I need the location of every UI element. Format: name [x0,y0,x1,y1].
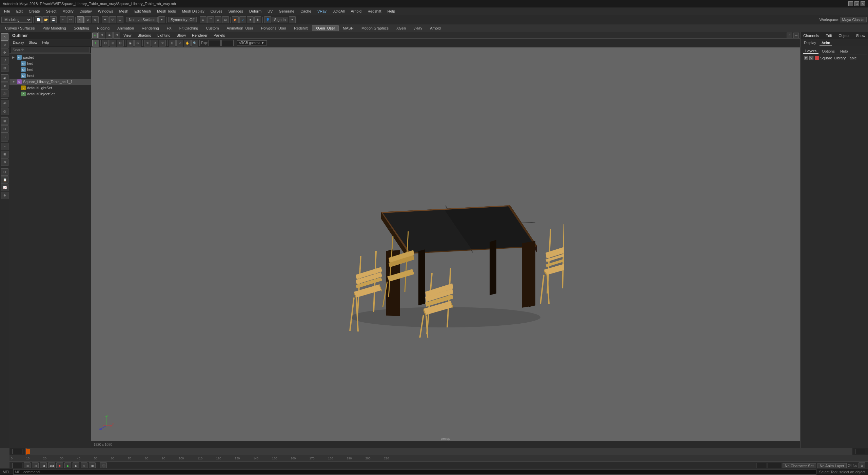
paint-select-button[interactable]: ⊛ [92,16,99,23]
show-hide-icon[interactable]: 👁 [1,100,8,107]
menu-edit[interactable]: Edit [14,8,25,14]
tab-polygons-user[interactable]: Polygons_User [257,25,290,31]
wireframe-icon[interactable]: ⊟ [1,125,8,133]
select-component-button[interactable]: ⊙ [134,40,141,46]
move-tool-icon[interactable]: ✛ [1,49,8,56]
menu-uv[interactable]: UV [265,8,275,14]
sign-in-button[interactable]: Sign In [272,17,288,22]
node-editor-icon[interactable]: ⊛ [1,192,8,199]
tab-vray[interactable]: vRay [410,25,426,31]
tree-item-square-library-table[interactable]: ▼ G Square_Library_Table_ncl1_1 [9,79,91,85]
layers-tab[interactable]: Layers [803,49,818,54]
range-start-input[interactable]: 1 [756,463,766,469]
layout-single-button[interactable]: ⊡ [102,40,109,46]
menu-mesh-tools[interactable]: Mesh Tools [154,8,178,14]
menu-3dtoall[interactable]: 3DtoAll [330,8,347,14]
redo-button[interactable]: ↪ [67,16,74,23]
snap-point-button[interactable]: ⊕ [215,16,221,23]
save-scene-button[interactable]: 💾 [50,16,57,23]
channel-box-icon[interactable]: ≡ [1,143,8,150]
tree-item-hed1[interactable]: M hed [9,60,91,66]
tab-animation[interactable]: Animation [114,25,138,31]
smooth-icon[interactable]: ◌ [1,133,8,140]
options-tab[interactable]: Options [820,49,837,54]
stop-render-button[interactable]: ■ [247,16,254,23]
snap-view-plane-button[interactable]: ⊟ [222,16,229,23]
tab-redshift[interactable]: Redshift [290,25,311,31]
menu-redshift[interactable]: Redshift [365,8,384,14]
new-scene-button[interactable]: 📄 [35,16,42,23]
paint-select-icon[interactable]: ⊙ [1,41,8,49]
menu-surfaces[interactable]: Surfaces [226,8,246,14]
gamma-display[interactable]: sRGB gamma ▼ [237,40,267,45]
layer-visibility-check[interactable]: P [804,56,808,60]
tab-xgen-user[interactable]: XGen_User [312,25,339,31]
edit-label[interactable]: Edit [826,34,832,38]
viewport-expand-button[interactable]: ⤢ [787,33,792,38]
mel-input[interactable] [13,469,816,475]
show-label[interactable]: Show [856,34,865,38]
menu-windows[interactable]: Windows [95,8,116,14]
menu-mesh-display[interactable]: Mesh Display [179,8,207,14]
attribute-editor-icon[interactable]: ⊞ [1,151,8,158]
rotate-tool-icon[interactable]: ↺ [1,57,8,64]
no-anim-layer-button[interactable]: No Anim Layer [817,463,847,469]
outliner-menu-show[interactable]: Show [27,40,39,45]
viewport-menu-panels[interactable]: Panels [211,33,228,38]
menu-mesh[interactable]: Mesh [116,8,131,14]
tab-poly-modeling[interactable]: Poly Modeling [39,25,70,31]
range-end-input[interactable]: 120 [768,463,781,469]
gamma-input[interactable]: 1.00 [221,40,234,46]
render-current-button[interactable]: ▶ [232,16,239,23]
viewport-menu-shading[interactable]: Shading [135,33,154,38]
menu-arnold[interactable]: Arnold [348,8,364,14]
live-surface-options-button[interactable]: ▼ [158,16,165,23]
wireframe-toggle-button[interactable]: ⊞ [98,32,105,39]
soft-select-icon[interactable]: ◉ [1,74,8,82]
display-mode-2-button[interactable]: ② [152,40,158,46]
tab-custom[interactable]: Custom [202,25,222,31]
no-character-set-button[interactable]: No Character Set [783,463,816,469]
tab-fit-caching[interactable]: Fit Caching [176,25,202,31]
menu-edit-mesh[interactable]: Edit Mesh [132,8,154,14]
cam-pan-button[interactable]: ✋ [184,40,191,46]
viewport-toggle-button[interactable]: ● [92,33,98,38]
textured-button[interactable]: ⊡ [113,32,120,39]
maximize-button[interactable]: □ [854,1,859,6]
symmetry-button[interactable]: Symmetry: Off [168,17,197,22]
layer-reference-check[interactable]: V [809,56,813,60]
layout-four-pane-button[interactable]: ⊟ [117,40,124,46]
tab-rigging[interactable]: Rigging [93,25,113,31]
scene-area[interactable]: X Y Z [91,48,800,441]
mode-selector[interactable]: Modeling [1,17,32,23]
tab-arnold[interactable]: Arnold [426,25,445,31]
tab-motion-graphics[interactable]: Motion Graphics [358,25,392,31]
tree-item-hest[interactable]: M hest [9,73,91,79]
persp-camera-icon[interactable]: ● [92,40,99,46]
undo-button[interactable]: ↩ [60,16,66,23]
move-tool-button[interactable]: ✛ [102,16,108,23]
tab-sculpting[interactable]: Sculpting [70,25,93,31]
tree-item-default-object-set[interactable]: S defaultObjectSet [9,91,91,97]
exposure-input[interactable]: 0.00 [209,40,221,46]
timeline-track[interactable] [25,448,852,455]
menu-help[interactable]: Help [385,8,398,14]
select-tool-icon[interactable]: ↖ [1,33,8,41]
layer-item-default[interactable]: P V Square_Library_Table [802,55,867,61]
cam-orbit-button[interactable]: ↺ [176,40,183,46]
timeline-start-frame[interactable]: 1 [12,449,22,454]
rotate-tool-button[interactable]: ↺ [109,16,116,23]
lasso-select-button[interactable]: ⊙ [84,16,91,23]
ipr-render-button[interactable]: ▷ [239,16,246,23]
minimize-button[interactable]: — [848,1,853,6]
layout-two-pane-button[interactable]: ⊞ [110,40,116,46]
outliner-menu-display[interactable]: Display [11,40,26,45]
menu-file[interactable]: File [1,8,13,14]
xray-icon[interactable]: ⊞ [1,117,8,125]
open-scene-button[interactable]: 📂 [42,16,49,23]
quick-layout-icon[interactable]: ⊡ [1,168,8,176]
menu-display[interactable]: Display [77,8,95,14]
scale-tool-button[interactable]: ⊡ [117,16,123,23]
tab-animation-user[interactable]: Animation_User [223,25,257,31]
tab-fx[interactable]: FX [163,25,175,31]
